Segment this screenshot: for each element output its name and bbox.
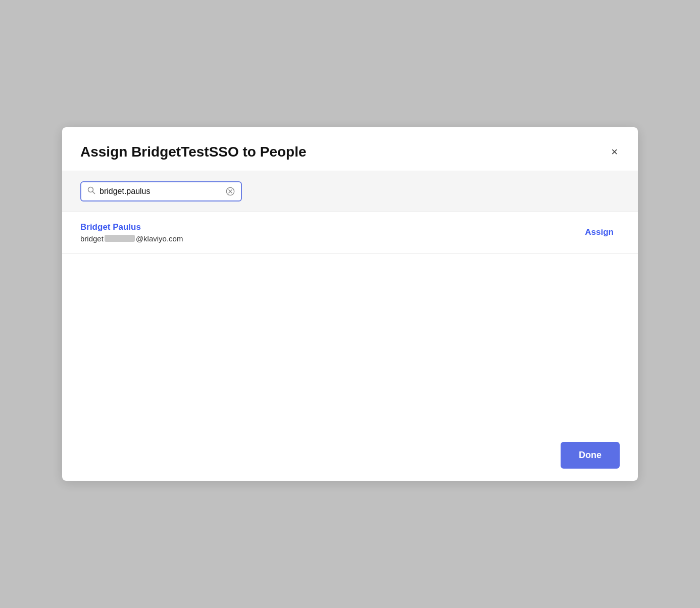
result-info: Bridget Paulus bridget@klaviyo.com — [80, 222, 183, 243]
search-icon — [87, 186, 95, 196]
assign-button[interactable]: Assign — [579, 223, 620, 241]
results-area: Bridget Paulus bridget@klaviyo.com Assig… — [62, 212, 638, 430]
clear-search-button[interactable] — [226, 187, 235, 196]
modal-header: Assign BridgetTestSSO to People × — [62, 127, 638, 171]
search-input-wrapper — [80, 181, 242, 201]
modal-dialog: Assign BridgetTestSSO to People × — [62, 127, 638, 481]
email-redacted — [105, 235, 135, 242]
svg-line-1 — [93, 191, 95, 193]
result-name[interactable]: Bridget Paulus — [80, 222, 183, 232]
result-email: bridget@klaviyo.com — [80, 234, 183, 243]
modal-title: Assign BridgetTestSSO to People — [80, 143, 307, 161]
done-button[interactable]: Done — [561, 442, 620, 469]
email-suffix: @klaviyo.com — [136, 234, 183, 243]
modal-footer: Done — [62, 430, 638, 481]
close-modal-button[interactable]: × — [609, 144, 620, 160]
table-row: Bridget Paulus bridget@klaviyo.com Assig… — [62, 212, 638, 254]
search-input[interactable] — [99, 187, 222, 196]
modal-overlay: Assign BridgetTestSSO to People × — [0, 0, 700, 608]
email-prefix: bridget — [80, 234, 104, 243]
search-area — [62, 171, 638, 212]
